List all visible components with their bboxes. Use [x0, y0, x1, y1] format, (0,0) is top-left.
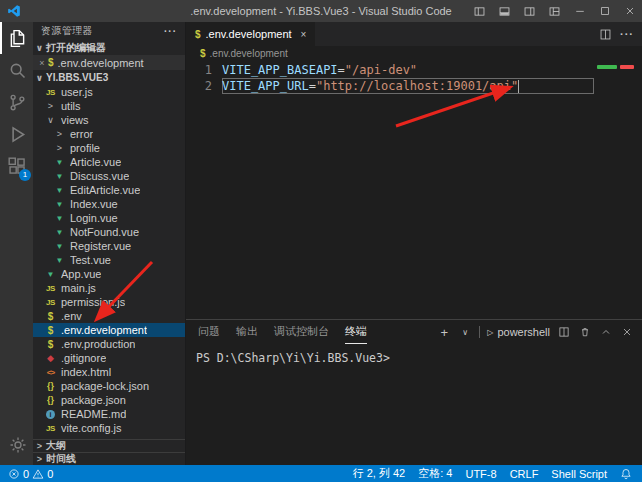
panel-tab-label: 问题 [198, 324, 220, 339]
tree-item[interactable]: JS user.js [33, 85, 185, 99]
toggle-sidebar-icon[interactable] [467, 0, 492, 22]
more-actions-icon[interactable]: ··· [164, 26, 177, 37]
tree-item[interactable]: ▼ App.vue [33, 267, 185, 281]
tree-item[interactable]: JS vite.config.js [33, 421, 185, 435]
tree-item[interactable]: > error [33, 127, 185, 141]
tree-item[interactable]: ◆ .gitignore [33, 351, 185, 365]
vscode-logo-icon [7, 4, 21, 18]
tree-item[interactable]: ▼ Discuss.vue [33, 169, 185, 183]
close-tab-icon[interactable]: × [301, 29, 307, 40]
open-editor-item[interactable]: × $ .env.development [33, 55, 185, 70]
tree-item[interactable]: {} package.json [33, 393, 185, 407]
js-icon: JS [46, 284, 55, 293]
split-terminal-icon[interactable] [557, 326, 571, 338]
json-icon: {} [47, 381, 54, 391]
indentation[interactable]: 空格: 4 [418, 466, 452, 481]
kill-terminal-icon[interactable] [578, 326, 592, 338]
tree-item-label: main.js [61, 282, 96, 294]
chevron-down-icon[interactable]: ∨ [458, 328, 472, 337]
eol-selector[interactable]: CRLF [510, 468, 539, 480]
new-terminal-icon[interactable]: + [437, 325, 451, 340]
panel-tab[interactable]: 输出 [236, 320, 258, 344]
vue-icon: ▼ [56, 214, 64, 223]
notifications-bell-icon[interactable] [620, 468, 632, 480]
info-icon: i [46, 410, 55, 419]
tree-item[interactable]: {} package-lock.json [33, 379, 185, 393]
panel-tab-label: 终端 [345, 324, 367, 339]
panel-tab[interactable]: 终端 [345, 320, 367, 344]
tree-item[interactable]: ▼ Test.vue [33, 253, 185, 267]
settings-gear-icon[interactable] [0, 429, 33, 461]
chevron-down-icon: ∨ [33, 73, 46, 83]
decoration-bar-green [597, 65, 617, 69]
tree-item[interactable]: $ .env.production [33, 337, 185, 351]
encoding[interactable]: UTF-8 [465, 468, 496, 480]
tree-item[interactable]: ▼ Article.vue [33, 155, 185, 169]
chevron-right-icon: > [48, 101, 53, 111]
open-editor-label: .env.development [58, 57, 144, 69]
close-panel-icon[interactable] [620, 326, 634, 338]
tree-item[interactable]: ▼ Register.vue [33, 239, 185, 253]
tree-item[interactable]: <> index.html [33, 365, 185, 379]
panel-actions: + ∨ ▷ powershell [437, 325, 634, 340]
toggle-panel-icon[interactable] [492, 0, 517, 22]
explorer-icon[interactable] [0, 22, 33, 54]
tree-item-label: package.json [61, 394, 126, 406]
line-number: 1 [186, 62, 212, 78]
close-icon[interactable]: × [36, 58, 48, 68]
env-icon: $ [48, 57, 54, 68]
source-control-icon[interactable] [0, 86, 33, 118]
maximize-panel-icon[interactable] [599, 326, 613, 338]
language-mode[interactable]: Shell Script [551, 468, 607, 480]
title-bar: .env.development - Yi.BBS.Vue3 - Visual … [0, 0, 642, 22]
git-icon: ◆ [47, 353, 54, 363]
toggle-secondary-sidebar-icon[interactable] [517, 0, 542, 22]
run-debug-icon[interactable] [0, 118, 33, 150]
warning-count: 0 [47, 468, 53, 480]
timeline-section-header[interactable]: > 时间线 [33, 452, 185, 465]
terminal-icon: ▷ [487, 328, 493, 337]
panel-tab[interactable]: 调试控制台 [274, 320, 329, 344]
tree-item[interactable]: > utils [33, 99, 185, 113]
tree-item-label: Test.vue [70, 254, 111, 266]
tree-item[interactable]: ▼ EditArticle.vue [33, 183, 185, 197]
tree-item[interactable]: i README.md [33, 407, 185, 421]
breadcrumb[interactable]: $ .env.development [186, 46, 642, 61]
terminal-shell-selector[interactable]: ▷ powershell [487, 326, 550, 338]
split-editor-icon[interactable] [599, 28, 612, 41]
tree-item[interactable]: JS permission.js [33, 295, 185, 309]
tree-item[interactable]: ▼ Login.vue [33, 211, 185, 225]
vue-icon: ▼ [47, 270, 55, 279]
customize-layout-icon[interactable] [542, 0, 567, 22]
maximize-icon[interactable] [592, 0, 617, 22]
tree-item-label: permission.js [61, 296, 125, 308]
close-window-icon[interactable] [617, 0, 642, 22]
tree-item[interactable]: $ .env.development [33, 323, 185, 337]
editor-code-area[interactable]: 1 VITE_APP_BASEAPI="/api-dev" 2 VITE_APP… [186, 61, 642, 319]
tree-item[interactable]: ∨ views [33, 113, 185, 127]
project-root-header[interactable]: ∨ YI.BBS.VUE3 [33, 70, 185, 85]
tree-item[interactable]: ▼ NotFound.vue [33, 225, 185, 239]
extensions-icon[interactable]: 1 [0, 150, 33, 182]
file-tree: JS user.js > utils ∨ views > error > pro… [33, 85, 185, 439]
chevron-right-icon: > [57, 143, 62, 153]
problems-indicator[interactable]: 0 0 [8, 468, 53, 480]
outline-section-header[interactable]: > 大纲 [33, 439, 185, 452]
tree-item[interactable]: > profile [33, 141, 185, 155]
extensions-badge: 1 [19, 169, 31, 181]
panel-tab[interactable]: 问题 [198, 320, 220, 344]
tree-item[interactable]: JS main.js [33, 281, 185, 295]
open-editors-header[interactable]: ∨ 打开的编辑器 [33, 40, 185, 55]
tree-item[interactable]: $ .env [33, 309, 185, 323]
search-icon[interactable] [0, 54, 33, 86]
tree-item-label: .env.production [61, 338, 135, 350]
minimize-icon[interactable] [567, 0, 592, 22]
cursor-position[interactable]: 行 2, 列 42 [353, 466, 406, 481]
more-actions-icon[interactable]: ··· [620, 28, 634, 40]
editor-tab[interactable]: $ .env.development × [186, 22, 316, 46]
activity-bar: 1 [0, 22, 33, 465]
panel-tab-label: 输出 [236, 324, 258, 339]
tree-item[interactable]: ▼ Index.vue [33, 197, 185, 211]
terminal-content[interactable]: PS D:\CSharp\Yi\Yi.BBS.Vue3> [186, 344, 642, 465]
equals-sign: = [338, 63, 345, 77]
